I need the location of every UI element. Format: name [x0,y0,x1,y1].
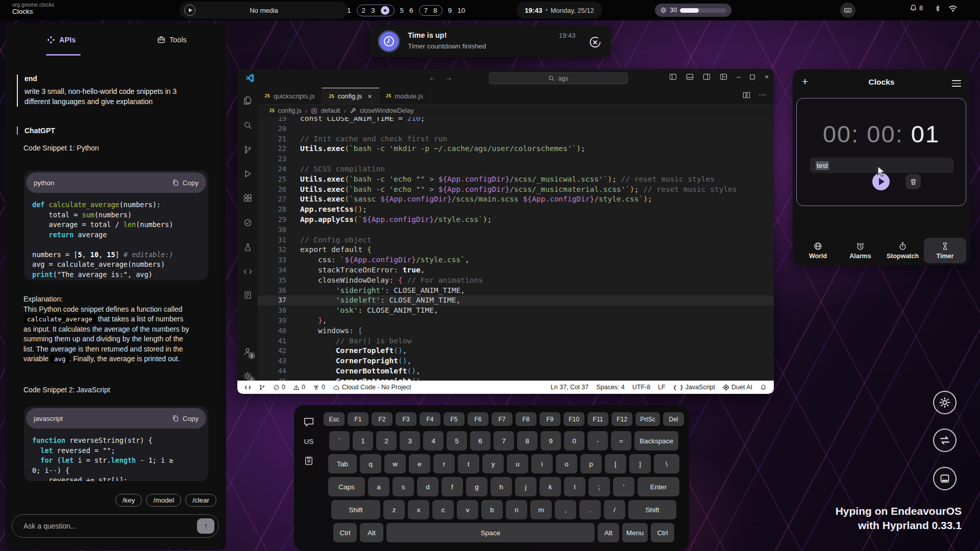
wifi-icon[interactable] [948,5,958,14]
key-/[interactable]: / [604,500,625,519]
key-f12[interactable]: F12 [611,412,632,426]
corner-swap-button[interactable] [933,429,957,452]
clocks-tab-world[interactable]: World [797,238,839,263]
toggle-panel-icon[interactable] [686,73,694,81]
workspace-7[interactable]: 7 [424,7,428,14]
key-f3[interactable]: F3 [396,412,416,426]
key-ctrl[interactable]: Ctrl [651,523,674,542]
editor-tab-quickscripts.js[interactable]: JSquickscripts.js [258,88,322,104]
key-g[interactable]: g [466,477,487,496]
status-language-mode[interactable]: { }JavaScript [673,384,715,391]
extensions-icon[interactable] [237,189,258,207]
key-f11[interactable]: F11 [587,412,608,426]
key-p[interactable]: p [580,454,602,473]
key-f10[interactable]: F10 [564,412,584,426]
key-shift[interactable]: Shift [331,500,380,519]
customize-layout-icon[interactable] [720,73,727,81]
code-line-32[interactable]: 32export default { [258,245,774,255]
run-debug-icon[interactable] [237,165,258,182]
key-f2[interactable]: F2 [372,412,393,426]
notification-popup[interactable]: Time is up! Timer countdown finished 19:… [369,26,611,57]
copy-button[interactable]: Copy [172,415,199,422]
key-tab[interactable]: Tab [328,454,357,473]
status-errors[interactable]: 0 [273,384,285,391]
workspace-6[interactable]: 6 [409,7,413,14]
code-line-38[interactable]: 38 'osk': CLOSE_ANIM_TIME, [258,306,774,316]
key-n[interactable]: n [506,500,527,519]
command-clear-button[interactable]: /clear [185,494,216,507]
remote-explorer-icon[interactable] [237,263,258,280]
key-j[interactable]: j [515,477,536,496]
key-q[interactable]: q [360,454,381,473]
code-line-20[interactable]: 20 [258,124,774,134]
key-r[interactable]: r [433,454,455,473]
workspace-2[interactable]: 2 [362,7,366,14]
status-source-control[interactable] [259,384,265,391]
key-alt[interactable]: Alt [360,523,383,542]
key-ctrl[interactable]: Ctrl [333,523,357,542]
workspace-9[interactable]: 9 [448,7,452,14]
code-editor[interactable]: 19const CLOSE_ANIM_TIME = 210;2021// Ini… [258,117,774,381]
key-f7[interactable]: F7 [492,412,512,426]
search-sidebar-icon[interactable] [237,116,258,134]
key-3[interactable]: 3 [400,431,420,450]
code-line-26[interactable]: 26Utils.exec(`bash -c 'echo "" > ${App.c… [258,185,774,195]
workspace-1[interactable]: 1 [347,7,351,14]
status-remote-indicator[interactable] [244,384,251,391]
code-line-35[interactable]: 35 closeWindowDelay: { // For animations [258,276,774,286]
key-space[interactable]: Space [386,523,595,542]
key-f6[interactable]: F6 [468,412,488,426]
copy-button[interactable]: Copy [172,179,199,187]
osk-chat-bubble-icon[interactable] [303,416,314,428]
key-h[interactable]: h [491,477,512,496]
key-s[interactable]: s [393,477,414,496]
code-line-21[interactable]: 21// Init cache and check first run [258,134,774,144]
workspace-5[interactable]: 5 [400,7,404,14]
tab-apis[interactable]: APIs [47,36,76,44]
key-x[interactable]: x [408,500,429,519]
breadcrumb[interactable]: JS config.js › default › closeWindowDela… [269,105,414,117]
key-backspace[interactable]: Backspace [634,431,678,450]
key-1[interactable]: 1 [353,431,373,450]
code-line-41[interactable]: 41 // Bar() is below [258,336,774,346]
code-line-28[interactable]: 28App.resetCss(); [258,205,774,215]
key-6[interactable]: 6 [470,431,491,450]
breadcrumb-property[interactable]: closeWindowDelay [360,107,414,114]
code-line-44[interactable]: 44 CornerBottomleft(), [258,366,774,377]
key-o[interactable]: o [556,454,577,473]
status-ports[interactable]: 0 [313,384,325,391]
key-f[interactable]: f [442,477,463,496]
key-9[interactable]: 9 [541,431,561,450]
timer-hours[interactable]: 00 [823,120,851,147]
key-f9[interactable]: F9 [540,412,560,426]
breadcrumb-file[interactable]: config.js [278,107,302,114]
source-control-icon[interactable] [237,141,258,158]
command-center-search[interactable]: ags [489,72,628,84]
workspace-8[interactable]: 8 [433,7,437,14]
status-notifications[interactable] [760,384,767,391]
question-input[interactable]: Ask a question... ↑ [12,514,219,538]
code-line-25[interactable]: 25Utils.exec(`bash -c 'echo "" > ${App.c… [258,174,774,185]
close-button[interactable]: × [765,73,769,81]
key-k[interactable]: k [540,477,561,496]
key-`[interactable]: ` [329,431,350,450]
notifications-module[interactable]: 8 [910,4,923,12]
key-f4[interactable]: F4 [420,412,440,426]
key-e[interactable]: e [409,454,430,473]
code-line-43[interactable]: 43 CornerTopright(), [258,356,774,366]
code-line-36[interactable]: 36 'sideright': CLOSE_ANIM_TIME, [258,286,774,296]
key-u[interactable]: u [507,454,528,473]
key-l[interactable]: l [564,477,585,496]
key-[[interactable]: [ [605,454,626,473]
bluetooth-icon[interactable] [934,5,941,14]
key-shift[interactable]: Shift [628,500,676,519]
key-5[interactable]: 5 [447,431,467,450]
corner-dock-button[interactable] [933,467,957,490]
code-line-23[interactable]: 23 [258,154,774,164]
status-encoding[interactable]: UTF-8 [632,384,650,391]
key-b[interactable]: b [481,500,503,519]
clocks-tab-timer[interactable]: Timer [924,238,966,263]
toggle-secondary-sidebar-icon[interactable] [703,73,710,81]
key-f1[interactable]: F1 [348,412,369,426]
key-0[interactable]: 0 [564,431,584,450]
